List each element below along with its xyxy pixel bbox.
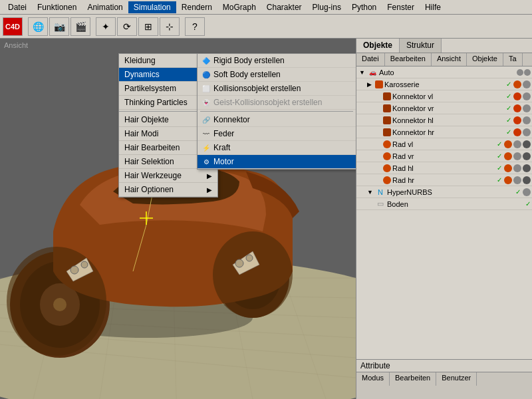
attribute-subtabs: Modus Bearbeiten Benutzer — [356, 372, 532, 386]
motor-icon: ⚙ — [200, 158, 212, 166]
dyn-separator — [200, 111, 353, 112]
rigid-body-icon: 🔷 — [200, 57, 212, 65]
subtab-ta[interactable]: Ta — [503, 53, 523, 66]
geist-icon: 👻 — [200, 99, 212, 106]
menu-mograph[interactable]: MoGraph — [217, 1, 261, 13]
tool-logo[interactable]: C4D — [3, 17, 23, 36]
attribute-panel: Attribute Modus Bearbeiten Benutzer — [356, 359, 532, 399]
karosserie-color — [513, 80, 521, 88]
auto-vis-dot — [517, 69, 523, 76]
menu-hilfe[interactable]: Hilfe — [420, 1, 446, 13]
sim-hair-werkzeuge[interactable]: Hair Werkzeuge ▶ — [119, 169, 217, 183]
rvr-icon — [383, 152, 391, 160]
karosserie-check: ✓ — [506, 80, 511, 88]
right-panel: Objekte Struktur Datei Bearbeiten Ansich… — [356, 39, 532, 399]
svg-point-25 — [70, 266, 78, 274]
menu-simulation[interactable]: Simulation — [128, 1, 176, 13]
rvl-icon — [383, 140, 391, 148]
tab-objekte[interactable]: Objekte — [356, 39, 400, 53]
auto-render-dot — [524, 69, 531, 76]
dyn-motor[interactable]: ⚙ Motor — [198, 155, 356, 169]
dyn-geist[interactable]: 👻 Geist-Kollisionsobjekt erstellen — [198, 96, 356, 110]
menu-rendern[interactable]: Rendern — [176, 1, 217, 13]
karosserie-mat — [523, 80, 531, 88]
subtab-objekte[interactable]: Objekte — [467, 53, 503, 66]
tab-struktur[interactable]: Struktur — [400, 39, 442, 53]
dyn-rigid-body[interactable]: 🔷 Rigid Body erstellen — [198, 54, 356, 68]
tool-move[interactable]: ✦ — [96, 17, 116, 36]
obj-konnektor-vr[interactable]: Konnektor vr ✓ — [356, 102, 532, 114]
svg-point-22 — [7, 247, 106, 356]
svg-point-26 — [81, 261, 88, 268]
obj-rad-hr[interactable]: Rad hr ✓ — [356, 174, 532, 186]
sim-hair-optionen[interactable]: Hair Optionen ▶ — [119, 183, 217, 197]
khl-icon — [383, 116, 391, 124]
tool-rotate[interactable]: ⟳ — [117, 17, 137, 36]
menu-bar: Datei Funktionen Animation Simulation Re… — [0, 0, 532, 15]
boden-icon: ▭ — [375, 200, 386, 209]
obj-karosserie[interactable]: ▶ Karosserie ✓ — [356, 78, 532, 90]
obj-konnektor-hl[interactable]: Konnektor hl ✓ — [356, 114, 532, 126]
obj-rad-vl[interactable]: Rad vl ✓ — [356, 138, 532, 150]
obj-rad-hl[interactable]: Rad hl ✓ — [356, 162, 532, 174]
dyn-soft-body[interactable]: 🔵 Soft Body erstellen — [198, 68, 356, 82]
dyn-kraft[interactable]: ⚡ Kraft — [198, 141, 356, 155]
khr-icon — [383, 128, 391, 136]
rhr-icon — [383, 176, 391, 184]
tool-select[interactable]: ⊹ — [160, 17, 180, 36]
soft-body-icon: 🔵 — [200, 71, 212, 78]
attr-bearbeiten[interactable]: Bearbeiten — [390, 372, 436, 386]
konnektor-icon: 🔗 — [200, 116, 212, 124]
kvr-icon — [383, 104, 391, 112]
obj-auto[interactable]: ▼ 🚗 Auto — [356, 66, 532, 78]
menu-animation[interactable]: Animation — [82, 1, 128, 13]
obj-rad-vr[interactable]: Rad vr ✓ — [356, 150, 532, 162]
svg-point-23 — [235, 259, 243, 267]
menu-funktionen[interactable]: Funktionen — [32, 1, 82, 13]
svg-point-21 — [213, 231, 293, 318]
attribute-label: Attribute — [356, 360, 532, 372]
obj-konnektor-vl[interactable]: Konnektor vl ✓ — [356, 90, 532, 102]
menu-python[interactable]: Python — [346, 1, 382, 13]
dynamics-submenu: 🔷 Rigid Body erstellen 🔵 Soft Body erste… — [197, 53, 356, 170]
tool-scale[interactable]: ⊞ — [138, 17, 158, 36]
karosserie-icon — [375, 80, 383, 88]
menu-plugins[interactable]: Plug-ins — [307, 1, 346, 13]
hn-icon: N — [375, 188, 386, 197]
tool-question[interactable]: ? — [185, 17, 205, 36]
tool-render-view[interactable]: 📷 — [49, 17, 69, 36]
tool-render2[interactable]: 🎬 — [70, 17, 90, 36]
rhl-icon — [383, 164, 391, 172]
menu-datei[interactable]: Datei — [3, 1, 32, 13]
menu-fenster[interactable]: Fenster — [382, 1, 420, 13]
subtab-ansicht[interactable]: Ansicht — [432, 53, 467, 66]
viewport[interactable]: Ansicht Kleidung ▶ Dynamics ▶ Partikelsy… — [0, 39, 356, 399]
kraft-icon: ⚡ — [200, 144, 212, 152]
panel-tabs: Objekte Struktur — [356, 39, 532, 53]
dyn-kollision[interactable]: ⬜ Kollisionsobjekt erstellen — [198, 82, 356, 96]
obj-hypernurbs[interactable]: ▼ N HyperNURBS ✓ — [356, 186, 532, 198]
obj-subtabs: Datei Bearbeiten Ansicht Objekte Ta — [356, 53, 532, 66]
menu-charakter[interactable]: Charakter — [261, 1, 307, 13]
subtab-datei[interactable]: Datei — [356, 53, 385, 66]
toolbar: C4D 🌐 📷 🎬 ✦ ⟳ ⊞ ⊹ ? — [0, 15, 532, 39]
attr-modus[interactable]: Modus — [356, 372, 390, 386]
main-area: Ansicht Kleidung ▶ Dynamics ▶ Partikelsy… — [0, 39, 532, 399]
dyn-konnektor[interactable]: 🔗 Konnektor — [198, 113, 356, 127]
dyn-feder[interactable]: 〰 Feder — [198, 127, 356, 141]
kvl-icon — [383, 92, 391, 100]
auto-icon: 🚗 — [367, 68, 378, 77]
attr-benutzer[interactable]: Benutzer — [436, 372, 477, 386]
svg-point-24 — [246, 255, 253, 261]
obj-boden[interactable]: ▭ Boden ✓ — [356, 198, 532, 210]
object-list: ▼ 🚗 Auto ▶ Karosserie ✓ — [356, 66, 532, 359]
viewport-label: Ansicht — [4, 41, 28, 49]
obj-konnektor-hr[interactable]: Konnektor hr ✓ — [356, 126, 532, 138]
subtab-bearbeiten[interactable]: Bearbeiten — [385, 53, 432, 66]
feder-icon: 〰 — [200, 130, 212, 138]
kollision-icon: ⬜ — [200, 85, 212, 92]
tool-scene[interactable]: 🌐 — [28, 17, 48, 36]
